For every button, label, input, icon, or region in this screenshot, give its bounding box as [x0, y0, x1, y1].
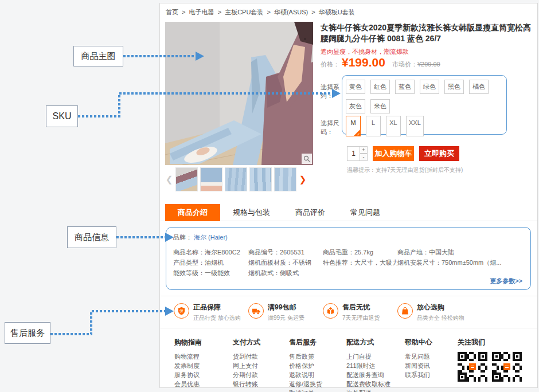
footer-link[interactable]: 货到付款: [233, 352, 260, 361]
footer-link[interactable]: 联系我们: [405, 370, 432, 379]
series-option[interactable]: 灰色: [346, 99, 365, 113]
footer-link[interactable]: 配送费收取标准: [346, 379, 390, 389]
footer-link[interactable]: 售后政策: [289, 352, 322, 361]
footer-link[interactable]: 服务协议: [174, 370, 202, 379]
service-item: 放心选购 品类齐全 轻松购物: [397, 301, 472, 328]
footer-column-title: 关注我们: [458, 338, 526, 347]
zoom-icon[interactable]: [302, 154, 312, 164]
footer-column-title: 购物指南: [174, 338, 202, 347]
thumbnail[interactable]: [175, 167, 198, 191]
series-option[interactable]: 红色: [370, 80, 390, 94]
site-footer: 购物指南 购物流程 发票制度 服务协议 会员优惠 支付方式 货到付款 网上支付 …: [160, 328, 537, 388]
footer-link[interactable]: 常见问题: [405, 352, 432, 361]
price-label: 价格：: [321, 60, 339, 69]
breadcrumb: 首页 > 电子电器 > 主板CPU套装 > 华硕(ASUS) > 华硕板U套装: [166, 8, 357, 17]
service-subtitle: 7天无理由退货: [342, 314, 380, 322]
footer-link[interactable]: 海外配送: [346, 389, 390, 392]
info-field: 产品类型：油烟机: [173, 257, 248, 268]
footer-link[interactable]: 会员优惠: [174, 379, 202, 389]
product-page: 首页 > 电子电器 > 主板CPU套装 > 华硕(ASUS) > 华硕板U套装: [159, 3, 538, 388]
tab-faq[interactable]: 常见问题: [338, 204, 393, 221]
series-options: 黄色 红色 蓝色 绿色 黑色 橘色 灰色 米色: [346, 80, 495, 119]
series-option[interactable]: 黄色: [346, 80, 365, 94]
next-thumbnail-button[interactable]: ❯: [299, 167, 307, 192]
annotation-label-product-info: 商品信息: [67, 226, 116, 248]
footer-link[interactable]: 发票制度: [174, 361, 202, 370]
info-field: 商品编号：2605531: [248, 247, 323, 257]
tab-spec-package[interactable]: 规格与包装: [220, 204, 283, 221]
brand-label: 品牌：: [173, 234, 192, 241]
service-subtitle: 正品行货 放心选购: [193, 314, 241, 322]
service-item: 保 正品保障 正品行货 放心选购: [174, 301, 248, 328]
size-label: 选择尺码：: [321, 116, 346, 136]
footer-column-title: 配送方式: [346, 338, 390, 347]
info-field: 商品毛重：25.7kg: [323, 247, 397, 257]
thumbnail[interactable]: [200, 167, 222, 191]
series-option[interactable]: 橘色: [469, 80, 489, 94]
add-to-cart-button[interactable]: 加入购物车: [373, 146, 414, 161]
thumbnail[interactable]: [274, 167, 296, 191]
breadcrumb-item[interactable]: 主板CPU套装: [225, 9, 263, 15]
detail-tabs: 商品介绍 规格与包装 商品评价 常见问题: [160, 204, 537, 221]
footer-link[interactable]: 购物流程: [174, 352, 202, 361]
series-option[interactable]: 米色: [370, 99, 390, 113]
market-price: ¥299.00: [417, 61, 440, 68]
footer-column-payment: 支付方式 货到付款 网上支付 分期付款 银行转账: [233, 338, 260, 389]
footer-link[interactable]: 上门自提: [346, 352, 390, 361]
breadcrumb-item[interactable]: 电子电器: [189, 9, 214, 15]
footer-link[interactable]: 配送服务查询: [346, 370, 390, 379]
footer-column-shopping-guide: 购物指南 购物流程 发票制度 服务协议 会员优惠: [174, 338, 202, 389]
footer-link[interactable]: 网上支付: [233, 361, 260, 370]
series-option[interactable]: 蓝色: [395, 80, 415, 94]
product-title: 女裤牛仔裤女2020夏季新款泫雅长裤女韩版显瘦直筒宽松高腰阔腿九分牛仔裤 008…: [321, 22, 536, 44]
thumbnail[interactable]: [249, 167, 272, 191]
footer-link[interactable]: 退款说明: [289, 370, 322, 379]
footer-column-title: 售后服务: [289, 338, 322, 347]
footer-column-follow-us: 关注我们: [458, 338, 526, 382]
breadcrumb-item[interactable]: 首页: [166, 9, 178, 15]
product-main-image[interactable]: [165, 22, 313, 165]
info-field: 能效等级：一级能效: [173, 268, 248, 278]
svg-text:保: 保: [179, 309, 183, 313]
footer-link[interactable]: 银行转账: [233, 379, 260, 389]
tab-product-intro[interactable]: 商品介绍: [165, 204, 220, 221]
footer-column-title: 支付方式: [233, 338, 260, 347]
size-option[interactable]: XXL: [406, 116, 424, 136]
brand-link[interactable]: 海尔 (Haier): [194, 234, 228, 241]
annotation-label-sku: SKU: [46, 105, 78, 127]
info-field: 特色推荐：大尺寸，大吸力，静音...: [323, 257, 397, 268]
quantity-increase-button[interactable]: +: [360, 146, 368, 154]
footer-column-help: 帮助中心 常见问题 新闻资讯 联系我们: [405, 338, 432, 379]
service-item: 满99包邮 满99元 免运费: [248, 301, 323, 328]
footer-link[interactable]: 返修/退换货: [289, 379, 322, 389]
footer-link[interactable]: 211限时达: [346, 361, 390, 370]
buy-now-button[interactable]: 立即购买: [419, 146, 459, 161]
breadcrumb-item[interactable]: 华硕板U套装: [319, 9, 355, 15]
series-option[interactable]: 绿色: [420, 80, 439, 94]
shopping-bag-icon: [397, 303, 413, 319]
thumbnail[interactable]: [225, 167, 247, 191]
service-guarantees: 保 正品保障 正品行货 放心选购: [160, 296, 537, 328]
tab-reviews[interactable]: 商品评价: [283, 204, 338, 221]
product-detail: 女裤牛仔裤女2020夏季新款泫雅长裤女韩版显瘦直筒宽松高腰阔腿九分牛仔裤 008…: [321, 22, 536, 180]
breadcrumb-separator: >: [218, 9, 221, 15]
quantity-decrease-button[interactable]: -: [360, 154, 368, 161]
series-option[interactable]: 黑色: [444, 80, 464, 94]
size-option-selected[interactable]: M: [346, 116, 361, 136]
more-params-link[interactable]: 更多参数>>: [490, 277, 522, 285]
size-option[interactable]: XL: [386, 116, 401, 136]
series-label: 选择系列：: [321, 80, 346, 119]
parcel-icon: [323, 303, 338, 319]
screenshot-canvas: 商品主图 SKU 商品信息 售后服务 首页 > 电子电器 > 主板CPU套装 >…: [0, 0, 539, 392]
quantity-input[interactable]: [347, 146, 360, 161]
size-option[interactable]: L: [366, 116, 381, 136]
footer-link[interactable]: 取消订单: [289, 389, 322, 392]
footer-link[interactable]: 价格保护: [289, 361, 322, 370]
annotation-label-main-image: 商品主图: [73, 46, 123, 66]
footer-link[interactable]: 分期付款: [233, 370, 260, 379]
prev-thumbnail-button[interactable]: ❮: [165, 167, 173, 192]
breadcrumb-item[interactable]: 华硕(ASUS): [274, 9, 308, 15]
info-field: 烟机面板材质：不锈钢: [248, 257, 323, 268]
footer-link[interactable]: 新闻资讯: [405, 361, 432, 370]
service-subtitle: 品类齐全 轻松购物: [417, 314, 464, 322]
